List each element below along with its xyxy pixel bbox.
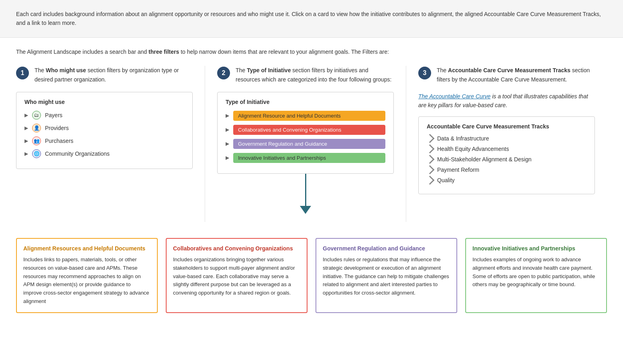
filter2-number: 2	[217, 67, 230, 79]
data-infrastructure-item[interactable]: Data & Infrastructure	[427, 135, 586, 142]
arrow-head	[300, 206, 311, 214]
innovative-item[interactable]: ▶ Innovative Initiatives and Partnership…	[226, 153, 385, 163]
filter3-header: 3 The Accountable Care Curve Measurement…	[418, 66, 595, 84]
filter3-number: 3	[418, 67, 431, 79]
government-badge: Government Regulation and Guidance	[233, 139, 385, 149]
providers-label: Providers	[45, 125, 69, 131]
filter2-box-title: Type of Initiative	[226, 99, 385, 105]
payment-reform-label: Payment Reform	[437, 167, 479, 173]
payment-reform-arrow	[426, 165, 435, 174]
providers-arrow: ▶	[24, 125, 28, 131]
community-icon: 🌐	[32, 149, 41, 158]
filter2-desc: The Type of Initiative section filters b…	[236, 66, 394, 84]
accountable-care-link[interactable]: The Accountable Care Curve	[418, 93, 491, 100]
purchasers-icon: 👥	[32, 136, 41, 145]
top-description-box: Each card includes background informatio…	[0, 0, 623, 38]
government-item[interactable]: ▶ Government Regulation and Guidance	[226, 139, 385, 149]
health-equity-arrow	[426, 144, 435, 153]
purchasers-arrow: ▶	[24, 138, 28, 144]
filter1-desc: The Who might use section filters by org…	[35, 66, 193, 84]
innovative-badge: Innovative Initiatives and Partnerships	[233, 153, 385, 163]
payers-item[interactable]: ▶ 🗂 Payers	[24, 111, 184, 120]
card-innovative-title: Innovative Initiatives and Partnerships	[472, 245, 600, 252]
health-equity-item[interactable]: Health Equity Advancements	[427, 146, 586, 152]
filter2-box: Type of Initiative ▶ Alignment Resource …	[217, 92, 394, 174]
card-collaboratives-body: Includes organizations bringing together…	[173, 256, 300, 297]
main-content: The Alignment Landscape includes a searc…	[0, 38, 623, 335]
arrow-vertical-line	[305, 174, 306, 206]
community-label: Community Organizations	[45, 150, 110, 157]
filter2-header: 2 The Type of Initiative section filters…	[217, 66, 394, 84]
multi-stakeholder-arrow	[426, 155, 435, 164]
multi-stakeholder-label: Multi-Stakeholder Alignment & Design	[437, 156, 531, 163]
card-innovative[interactable]: Innovative Initiatives and Partnerships …	[465, 238, 607, 313]
alignment-resource-badge: Alignment Resource and Helpful Documents	[233, 111, 385, 121]
payment-reform-item[interactable]: Payment Reform	[427, 167, 586, 173]
filters-row: 1 The Who might use section filters by o…	[16, 66, 607, 222]
quality-arrow	[426, 175, 435, 185]
providers-icon: 👤	[32, 124, 41, 132]
data-infrastructure-label: Data & Infrastructure	[437, 135, 489, 142]
purchasers-item[interactable]: ▶ 👥 Purchasers	[24, 136, 184, 145]
collaboratives-item[interactable]: ▶ Collaboratives and Convening Organizat…	[226, 125, 385, 135]
collaboratives-badge: Collaboratives and Convening Organizatio…	[233, 125, 385, 135]
card-government[interactable]: Government Regulation and Guidance Inclu…	[316, 238, 457, 313]
government-arrow: ▶	[226, 141, 229, 146]
quality-label: Quality	[437, 177, 455, 183]
payers-label: Payers	[45, 112, 63, 118]
card-government-title: Government Regulation and Guidance	[323, 245, 450, 252]
card-innovative-body: Includes examples of ongoing work to adv…	[472, 256, 600, 289]
card-collaboratives[interactable]: Collaboratives and Convening Organizatio…	[166, 238, 307, 313]
card-alignment-resources[interactable]: Alignment Resources and Helpful Document…	[16, 238, 158, 313]
filters-intro: The Alignment Landscape includes a searc…	[16, 47, 607, 56]
alignment-resource-item[interactable]: ▶ Alignment Resource and Helpful Documen…	[226, 111, 385, 121]
filter-accountable-care: 3 The Accountable Care Curve Measurement…	[406, 66, 607, 222]
filter3-desc: The Accountable Care Curve Measurement T…	[437, 66, 595, 84]
alignment-resource-arrow: ▶	[226, 113, 229, 118]
card-government-body: Includes rules or regulations that may i…	[323, 256, 450, 297]
quality-item[interactable]: Quality	[427, 177, 586, 183]
providers-item[interactable]: ▶ 👤 Providers	[24, 124, 184, 132]
filter3-box-title: Accountable Care Curve Measurement Track…	[427, 123, 586, 130]
top-description-text: Each card includes background informatio…	[16, 10, 607, 28]
filter-who-might-use: 1 The Who might use section filters by o…	[16, 66, 205, 222]
card-collaboratives-title: Collaboratives and Convening Organizatio…	[173, 245, 300, 252]
payers-icon: 🗂	[32, 111, 41, 120]
payers-arrow: ▶	[24, 112, 28, 118]
filter1-header: 1 The Who might use section filters by o…	[16, 66, 193, 84]
innovative-arrow: ▶	[226, 155, 229, 161]
filter3-box: Accountable Care Curve Measurement Track…	[418, 116, 595, 194]
data-infrastructure-arrow	[426, 134, 435, 143]
filter1-box: Who might use ▶ 🗂 Payers ▶ 👤 Providers ▶…	[16, 92, 193, 169]
multi-stakeholder-item[interactable]: Multi-Stakeholder Alignment & Design	[427, 156, 586, 163]
filter-type-initiative: 2 The Type of Initiative section filters…	[205, 66, 406, 222]
filter1-number: 1	[16, 67, 29, 79]
purchasers-label: Purchasers	[45, 138, 73, 144]
arrow-down-container	[217, 174, 394, 222]
bottom-cards: Alignment Resources and Helpful Document…	[16, 238, 607, 325]
card-alignment-body: Includes links to papers, materials, too…	[23, 256, 151, 306]
accountable-care-italic: The Accountable Care Curve is a tool tha…	[418, 92, 595, 110]
filter1-box-title: Who might use	[24, 99, 184, 105]
community-arrow: ▶	[24, 151, 28, 157]
arrow-down-line	[300, 174, 311, 214]
card-alignment-title: Alignment Resources and Helpful Document…	[23, 245, 151, 252]
community-item[interactable]: ▶ 🌐 Community Organizations	[24, 149, 184, 158]
health-equity-label: Health Equity Advancements	[437, 146, 509, 152]
collaboratives-arrow: ▶	[226, 127, 229, 132]
